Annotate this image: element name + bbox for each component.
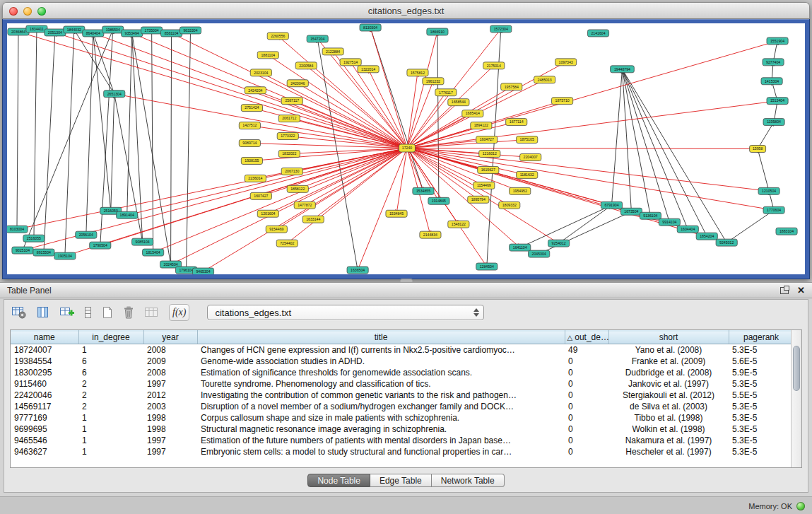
new-file-icon[interactable]	[102, 304, 113, 321]
network-node[interactable]: 1773322	[277, 133, 298, 140]
network-node[interactable]: 1181632	[517, 171, 538, 178]
table-cell[interactable]: Dudbridge et al. (2008)	[608, 367, 729, 378]
network-node[interactable]: 9914104	[659, 218, 680, 226]
network-edge[interactable]	[351, 62, 407, 148]
network-node[interactable]: 9154469	[266, 226, 287, 233]
network-edge[interactable]	[407, 41, 777, 148]
table-cell[interactable]: 2009	[143, 356, 197, 367]
zoom-window-button[interactable]	[37, 7, 46, 16]
network-node[interactable]: 15958	[750, 146, 766, 153]
network-node[interactable]: 2141604	[587, 30, 608, 37]
table-cell[interactable]: 9115460	[11, 378, 78, 390]
network-canvas[interactable]: 1724022605561881104202310424242042751424…	[7, 23, 805, 274]
network-edge[interactable]	[726, 210, 774, 243]
network-node[interactable]: 2051304	[45, 29, 66, 36]
delete-column-icon[interactable]	[122, 304, 135, 321]
network-node[interactable]: 19448794	[611, 66, 635, 73]
network-edge[interactable]	[611, 69, 622, 205]
network-node[interactable]: 1154469	[473, 182, 495, 189]
table-cell[interactable]: 6	[78, 356, 143, 367]
network-node[interactable]: 1891404	[117, 211, 138, 218]
network-node[interactable]: 9245012	[716, 239, 737, 246]
network-node[interactable]: 1547204	[307, 35, 328, 42]
table-cell[interactable]: 5.3E-5	[729, 344, 794, 356]
table-cell[interactable]: 2	[78, 401, 143, 412]
table-cell[interactable]: 5.3E-5	[729, 401, 794, 412]
network-node[interactable]: 1551904	[767, 37, 788, 45]
network-edge[interactable]	[171, 33, 172, 264]
table-cell[interactable]: 0	[565, 367, 608, 378]
network-node[interactable]: 1604727	[476, 136, 498, 144]
network-node[interactable]: 2023104	[250, 69, 271, 76]
network-node[interactable]: 1883104	[776, 228, 797, 235]
table-scrollbar[interactable]	[791, 330, 801, 467]
network-node[interactable]: 1986504	[102, 26, 124, 33]
table-row[interactable]: 1456911722003Disruption of a novel membe…	[11, 401, 794, 412]
network-node[interactable]: 1427512	[239, 122, 260, 129]
table-row[interactable]: 911546021997Tourette syndrome. Phenomeno…	[11, 378, 794, 390]
network-edge[interactable]	[539, 211, 632, 254]
close-panel-icon[interactable]: ✕	[797, 286, 805, 295]
table-cell[interactable]: Wolkin et al. (1998)	[608, 424, 729, 435]
network-edge[interactable]	[407, 101, 777, 148]
table-cell[interactable]: 1	[78, 435, 143, 446]
table-cell[interactable]: 49	[565, 344, 608, 356]
table-cell[interactable]: Nakamura et al. (1997)	[608, 435, 729, 446]
table-cell[interactable]: 9463627	[11, 446, 78, 457]
network-edge[interactable]	[114, 94, 407, 148]
network-edge[interactable]	[358, 148, 407, 271]
show-columns-icon[interactable]	[36, 304, 50, 321]
table-cell[interactable]: 0	[565, 435, 608, 446]
network-node[interactable]: 1195804	[763, 119, 784, 126]
column-header-out_de[interactable]: △out_de…	[565, 331, 608, 344]
network-edge[interactable]	[407, 81, 433, 148]
network-node[interactable]: 2236014	[245, 175, 266, 182]
network-node[interactable]: 2200584	[295, 62, 317, 69]
network-node[interactable]: 2175014	[483, 62, 505, 69]
table-cell[interactable]: Embryonic stem cells: a model to study s…	[197, 446, 565, 457]
table-mode-icon[interactable]	[11, 304, 27, 321]
table-cell[interactable]: Estimation of the future numbers of pati…	[197, 435, 565, 446]
network-node[interactable]: 1097343	[555, 59, 577, 66]
network-node[interactable]: 9025104	[12, 247, 33, 254]
table-cell[interactable]: 2008	[143, 367, 197, 378]
column-header-year[interactable]: year	[143, 331, 197, 344]
network-node[interactable]: 1604404	[677, 226, 698, 233]
network-edge[interactable]	[44, 33, 55, 252]
float-panel-icon[interactable]	[780, 287, 789, 294]
network-edge[interactable]	[407, 148, 487, 267]
network-node[interactable]: 1858122	[287, 185, 308, 192]
network-node[interactable]: 1415304	[761, 78, 782, 85]
table-cell[interactable]: 22420046	[11, 390, 78, 401]
network-node[interactable]: 1938155	[241, 157, 262, 164]
network-node[interactable]: 1866910	[427, 28, 448, 35]
network-node[interactable]: 1575812	[407, 69, 428, 76]
network-edge[interactable]	[74, 30, 114, 94]
network-edge[interactable]	[298, 148, 407, 189]
network-node[interactable]: 1572304	[490, 25, 512, 33]
network-edge[interactable]	[204, 148, 407, 272]
table-cell[interactable]: 9699695	[11, 424, 78, 435]
network-edge[interactable]	[132, 33, 407, 148]
network-node[interactable]: 8640404	[83, 30, 104, 37]
network-node[interactable]: 1927514	[340, 59, 361, 66]
network-node[interactable]: 1954952	[510, 187, 531, 194]
network-node[interactable]: 8915504	[33, 249, 54, 256]
window-titlebar[interactable]: citations_edges.txt	[2, 2, 810, 19]
table-cell[interactable]: 1998	[143, 412, 197, 424]
network-node[interactable]: 1894122	[471, 122, 492, 129]
column-header-title[interactable]: title	[197, 331, 565, 344]
network-edge[interactable]	[187, 30, 191, 270]
table-cell[interactable]: Yano et al. (2008)	[608, 344, 729, 356]
table-cell[interactable]: Structural magnetic resonance image aver…	[197, 424, 565, 435]
network-node[interactable]: 2651304	[104, 90, 125, 98]
table-cell[interactable]: 1	[78, 446, 143, 457]
table-row[interactable]: 2242004622012Investigating the contribut…	[11, 390, 794, 401]
table-cell[interactable]: 5.3E-5	[729, 378, 794, 390]
network-node[interactable]: 9136104	[640, 212, 661, 219]
table-row[interactable]: 977716911998Corpus callosum shape and si…	[11, 412, 794, 424]
table-cell[interactable]: 5.6E-5	[729, 356, 794, 367]
network-edge[interactable]	[407, 62, 566, 148]
create-column-icon[interactable]	[59, 304, 75, 321]
table-cell[interactable]: Tourette syndrome. Phenomenology and cla…	[197, 378, 565, 390]
